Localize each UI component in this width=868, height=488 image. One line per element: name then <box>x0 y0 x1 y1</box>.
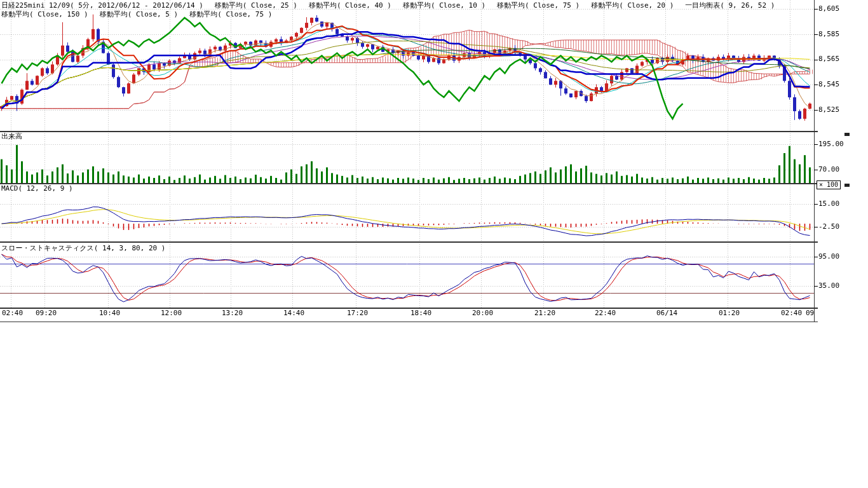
time-axis-label: 22:40 <box>595 309 616 317</box>
volume-axis-label: 70.00 <box>818 166 839 173</box>
legend-ma75b[interactable]: 移動平均( Close, 75 ) <box>189 10 272 19</box>
legend-ma40[interactable]: 移動平均( Close, 40 ) <box>309 1 391 10</box>
time-axis-label: 14:40 <box>283 309 304 317</box>
time-axis-label: 01:20 <box>719 309 740 317</box>
legend-ma10[interactable]: 移動平均( Close, 10 ) <box>403 1 485 10</box>
macd-axis-label: -2.50 <box>818 223 839 231</box>
legend-ma20[interactable]: 移動平均( Close, 20 ) <box>591 1 674 10</box>
time-axis-label: 06/14 <box>656 309 677 317</box>
chart-window: 日経225mini 12/09( 5分, 2012/06/12 - 2012/0… <box>0 0 868 488</box>
volume-panel-title: 出来高 <box>1 132 22 141</box>
price-axis-label: 8,585 <box>818 30 839 38</box>
time-axis-label: 09:20 <box>36 309 57 317</box>
stoch-axis-label: 95.00 <box>818 253 839 261</box>
stoch-panel-title: スロー・ストキャスティクス( 14, 3, 80, 20 ) <box>1 243 165 253</box>
time-axis-label: 02:40 <box>781 309 802 317</box>
price-axis-label: 8,525 <box>818 106 839 114</box>
macd-panel-title: MACD( 12, 26, 9 ) <box>1 184 73 193</box>
macd-axis-label: 15.00 <box>818 200 839 208</box>
time-axis-label: 09 <box>806 309 814 317</box>
chart-title[interactable]: 日経225mini 12/09( 5分, 2012/06/12 - 2012/0… <box>1 1 203 10</box>
legend-row-1: 日経225mini 12/09( 5分, 2012/06/12 - 2012/0… <box>1 1 775 10</box>
time-axis-label: 13:20 <box>222 309 243 317</box>
legend-ma5[interactable]: 移動平均( Close, 5 ) <box>100 10 178 19</box>
price-axis-label: 8,565 <box>818 55 839 63</box>
volume-multiplier-badge: × 100 <box>817 180 841 189</box>
legend-ma150[interactable]: 移動平均( Close, 150 ) <box>1 10 88 19</box>
time-axis-label: 18:40 <box>410 309 431 317</box>
time-axis-label: 02:40 <box>2 309 23 317</box>
time-axis-label: 21:20 <box>534 309 555 317</box>
legend-row-2: 移動平均( Close, 150 ) 移動平均( Close, 5 ) 移動平均… <box>1 10 272 19</box>
price-axis-label: 8,545 <box>818 81 839 88</box>
volume-axis-label: 195.00 <box>818 140 844 148</box>
time-axis-label: 17:20 <box>347 309 368 317</box>
time-axis-label: 12:00 <box>161 309 182 317</box>
legend-ma25[interactable]: 移動平均( Close, 25 ) <box>215 1 297 10</box>
stoch-axis-label: 35.00 <box>818 282 839 290</box>
time-axis-label: 20:00 <box>472 309 493 317</box>
price-axis-label: 8,605 <box>818 5 839 13</box>
chart-canvas[interactable] <box>0 0 868 324</box>
volume-panel-handle[interactable] <box>844 133 850 136</box>
macd-panel-handle[interactable] <box>844 184 850 187</box>
legend-ichimoku[interactable]: 一目均衡表( 9, 26, 52 ) <box>685 1 775 10</box>
time-axis-label: 10:40 <box>99 309 120 317</box>
legend-ma75[interactable]: 移動平均( Close, 75 ) <box>497 1 580 10</box>
